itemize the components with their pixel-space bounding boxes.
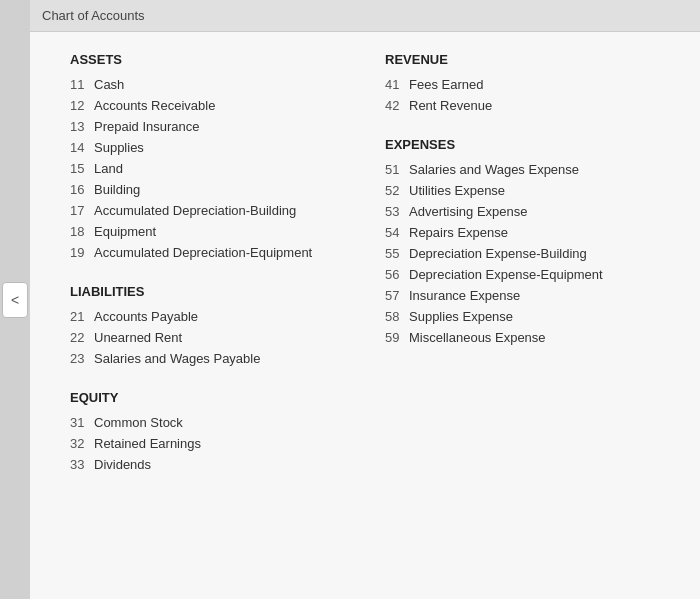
account-number: 15: [70, 161, 94, 176]
account-name: Dividends: [94, 457, 345, 472]
account-name: Supplies: [94, 140, 345, 155]
account-name: Retained Earnings: [94, 436, 345, 451]
account-row: 52Utilities Expense: [385, 183, 660, 198]
account-row: 22Unearned Rent: [70, 330, 345, 345]
expenses-header: EXPENSES: [385, 137, 660, 152]
assets-list: 11Cash12Accounts Receivable13Prepaid Ins…: [70, 77, 345, 260]
assets-header: ASSETS: [70, 52, 345, 67]
assets-liabilities-gap: [70, 266, 345, 284]
account-row: 53Advertising Expense: [385, 204, 660, 219]
account-row: 11Cash: [70, 77, 345, 92]
account-row: 32Retained Earnings: [70, 436, 345, 451]
content-area: ASSETS 11Cash12Accounts Receivable13Prep…: [30, 32, 700, 599]
left-column: ASSETS 11Cash12Accounts Receivable13Prep…: [70, 52, 345, 579]
account-row: 16Building: [70, 182, 345, 197]
account-name: Accumulated Depreciation-Equipment: [94, 245, 345, 260]
account-number: 19: [70, 245, 94, 260]
account-number: 56: [385, 267, 409, 282]
account-number: 54: [385, 225, 409, 240]
back-arrow-icon: <: [11, 292, 19, 308]
account-number: 33: [70, 457, 94, 472]
account-name: Fees Earned: [409, 77, 660, 92]
account-row: 55Depreciation Expense-Building: [385, 246, 660, 261]
account-name: Unearned Rent: [94, 330, 345, 345]
account-number: 16: [70, 182, 94, 197]
account-number: 58: [385, 309, 409, 324]
main-area: Chart of Accounts ASSETS 11Cash12Account…: [30, 0, 700, 599]
account-number: 42: [385, 98, 409, 113]
account-name: Insurance Expense: [409, 288, 660, 303]
account-number: 13: [70, 119, 94, 134]
page-title-bar: Chart of Accounts: [30, 0, 700, 32]
account-name: Salaries and Wages Payable: [94, 351, 345, 366]
account-number: 53: [385, 204, 409, 219]
account-name: Supplies Expense: [409, 309, 660, 324]
account-row: 13Prepaid Insurance: [70, 119, 345, 134]
account-row: 57Insurance Expense: [385, 288, 660, 303]
right-column: REVENUE 41Fees Earned42Rent Revenue EXPE…: [385, 52, 660, 579]
account-name: Salaries and Wages Expense: [409, 162, 660, 177]
left-navigation: <: [0, 0, 30, 599]
account-row: 33Dividends: [70, 457, 345, 472]
account-row: 17Accumulated Depreciation-Building: [70, 203, 345, 218]
liabilities-list: 21Accounts Payable22Unearned Rent23Salar…: [70, 309, 345, 366]
account-name: Miscellaneous Expense: [409, 330, 660, 345]
account-name: Accounts Receivable: [94, 98, 345, 113]
liabilities-equity-gap: [70, 372, 345, 390]
account-number: 31: [70, 415, 94, 430]
account-row: 14Supplies: [70, 140, 345, 155]
account-name: Repairs Expense: [409, 225, 660, 240]
account-row: 15Land: [70, 161, 345, 176]
account-number: 17: [70, 203, 94, 218]
revenue-list: 41Fees Earned42Rent Revenue: [385, 77, 660, 113]
account-name: Depreciation Expense-Equipment: [409, 267, 660, 282]
page-title: Chart of Accounts: [42, 8, 145, 23]
account-row: 21Accounts Payable: [70, 309, 345, 324]
account-number: 23: [70, 351, 94, 366]
account-name: Equipment: [94, 224, 345, 239]
account-number: 59: [385, 330, 409, 345]
expenses-list: 51Salaries and Wages Expense52Utilities …: [385, 162, 660, 345]
account-row: 51Salaries and Wages Expense: [385, 162, 660, 177]
account-row: 41Fees Earned: [385, 77, 660, 92]
account-number: 22: [70, 330, 94, 345]
account-row: 31Common Stock: [70, 415, 345, 430]
account-row: 18Equipment: [70, 224, 345, 239]
account-number: 14: [70, 140, 94, 155]
account-row: 58Supplies Expense: [385, 309, 660, 324]
account-row: 54Repairs Expense: [385, 225, 660, 240]
account-number: 21: [70, 309, 94, 324]
account-number: 41: [385, 77, 409, 92]
account-name: Accumulated Depreciation-Building: [94, 203, 345, 218]
equity-header: EQUITY: [70, 390, 345, 405]
account-row: 42Rent Revenue: [385, 98, 660, 113]
account-name: Common Stock: [94, 415, 345, 430]
account-number: 12: [70, 98, 94, 113]
account-number: 52: [385, 183, 409, 198]
account-row: 12Accounts Receivable: [70, 98, 345, 113]
account-name: Cash: [94, 77, 345, 92]
account-number: 11: [70, 77, 94, 92]
account-name: Prepaid Insurance: [94, 119, 345, 134]
account-name: Advertising Expense: [409, 204, 660, 219]
back-button[interactable]: <: [2, 282, 28, 318]
account-name: Building: [94, 182, 345, 197]
account-name: Accounts Payable: [94, 309, 345, 324]
account-name: Land: [94, 161, 345, 176]
account-name: Utilities Expense: [409, 183, 660, 198]
revenue-expenses-gap: [385, 119, 660, 137]
account-number: 18: [70, 224, 94, 239]
account-number: 57: [385, 288, 409, 303]
account-row: 19Accumulated Depreciation-Equipment: [70, 245, 345, 260]
account-row: 23Salaries and Wages Payable: [70, 351, 345, 366]
revenue-header: REVENUE: [385, 52, 660, 67]
liabilities-header: LIABILITIES: [70, 284, 345, 299]
account-number: 55: [385, 246, 409, 261]
account-number: 32: [70, 436, 94, 451]
account-row: 56Depreciation Expense-Equipment: [385, 267, 660, 282]
account-number: 51: [385, 162, 409, 177]
equity-list: 31Common Stock32Retained Earnings33Divid…: [70, 415, 345, 472]
account-name: Rent Revenue: [409, 98, 660, 113]
account-row: 59Miscellaneous Expense: [385, 330, 660, 345]
account-name: Depreciation Expense-Building: [409, 246, 660, 261]
